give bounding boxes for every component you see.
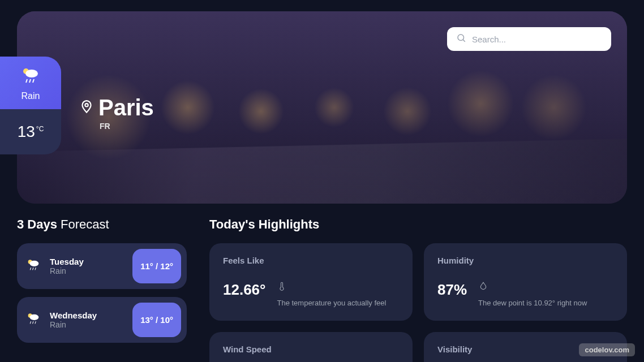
city-name: Paris [98, 95, 154, 120]
svg-line-15 [30, 321, 31, 324]
svg-line-17 [35, 321, 36, 324]
svg-point-14 [30, 314, 39, 320]
svg-line-6 [29, 79, 31, 83]
feels-like-value: 12.66° [223, 281, 265, 299]
forecast-condition: Rain [50, 320, 124, 329]
svg-line-11 [33, 268, 33, 270]
svg-point-9 [30, 260, 39, 266]
svg-line-7 [33, 79, 34, 83]
svg-point-0 [458, 35, 464, 41]
card-desc: The dew point is 10.92° right now [478, 298, 613, 308]
droplet-icon [478, 281, 613, 294]
highlights-title: Today's Highlights [209, 217, 627, 232]
forecast-day: Wednesday [50, 311, 124, 320]
svg-point-4 [25, 70, 38, 77]
svg-line-12 [35, 268, 36, 270]
forecast-item[interactable]: Tuesday Rain 11° / 12° [17, 243, 187, 289]
search-icon [456, 33, 466, 45]
current-weather-badge: Rain 13 °C [0, 57, 61, 154]
forecast-item[interactable]: Wednesday Rain 13° / 10° [17, 297, 187, 343]
current-temp-unit: °C [36, 125, 44, 133]
rain-icon [26, 258, 42, 274]
rain-icon [7, 67, 54, 88]
svg-line-16 [33, 321, 33, 324]
svg-line-10 [30, 268, 31, 270]
humidity-value: 87% [437, 281, 467, 299]
card-title: Wind Speed [223, 344, 399, 354]
watermark: codelov.com [579, 343, 635, 356]
current-temp: 13 [18, 123, 35, 141]
thermometer-icon [277, 281, 399, 294]
country-code: FR [100, 122, 154, 131]
card-desc: The temperature you actually feel [277, 298, 399, 308]
forecast-condition: Rain [50, 266, 124, 275]
search-box[interactable] [447, 27, 611, 51]
search-input[interactable] [472, 35, 602, 44]
svg-line-1 [463, 40, 465, 41]
feels-like-card: Feels Like 12.66° The temperature you ac… [209, 243, 413, 321]
location-block: Paris FR [79, 95, 154, 131]
location-pin-icon [79, 100, 94, 117]
forecast-title: 3 Days Forecast [17, 217, 187, 232]
card-title: Humidity [437, 256, 613, 265]
svg-line-5 [26, 79, 27, 83]
forecast-day: Tuesday [50, 257, 124, 266]
current-condition: Rain [7, 91, 54, 101]
forecast-temps: 13° / 10° [132, 303, 181, 337]
humidity-card: Humidity 87% The dew point is 10.92° rig… [424, 243, 627, 321]
forecast-temps: 11° / 12° [132, 249, 181, 283]
svg-point-2 [85, 104, 88, 106]
rain-icon [26, 312, 42, 328]
hero-banner: Paris FR [17, 11, 627, 204]
card-title: Feels Like [223, 256, 399, 265]
wind-speed-card: Wind Speed [209, 332, 413, 362]
